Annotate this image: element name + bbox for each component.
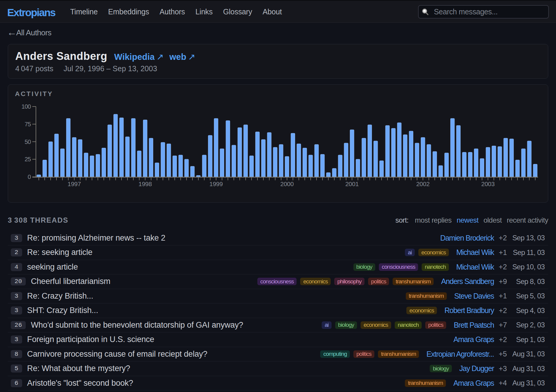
svg-text:1999: 1999 <box>209 180 223 187</box>
svg-text:100: 100 <box>22 103 31 110</box>
svg-text:75: 75 <box>25 121 31 127</box>
svg-text:50: 50 <box>25 138 31 145</box>
svg-text:1997: 1997 <box>68 180 81 187</box>
svg-text:1998: 1998 <box>139 180 152 187</box>
svg-text:25: 25 <box>25 156 31 162</box>
svg-text:2002: 2002 <box>416 180 430 187</box>
svg-text:2001: 2001 <box>345 180 359 187</box>
svg-text:2003: 2003 <box>481 180 495 187</box>
svg-text:0: 0 <box>28 174 31 180</box>
svg-text:2000: 2000 <box>280 180 294 187</box>
